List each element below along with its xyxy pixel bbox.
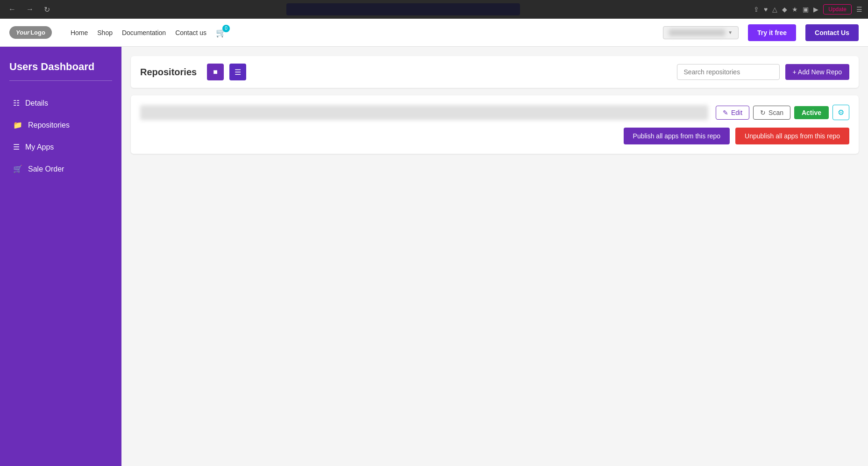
add-repo-button[interactable]: + Add New Repo [785, 64, 849, 80]
layout-icon[interactable]: ▣ [803, 6, 809, 13]
logo-logo: Logo [30, 29, 45, 36]
scan-label: Scan [768, 109, 783, 116]
dropdown-arrow-icon: ▼ [728, 30, 733, 35]
warning-icon: △ [772, 6, 777, 13]
puzzle-icon[interactable]: ★ [792, 6, 798, 13]
view-list-button[interactable]: ☰ [229, 64, 246, 80]
try-free-button[interactable]: Try it free [748, 24, 796, 41]
contact-us-button[interactable]: Contact Us [805, 24, 859, 41]
sidebar-item-label-repositories: Repositories [28, 121, 70, 129]
sale-order-icon: 🛒 [13, 165, 22, 173]
main-panel: Repositories ■ ☰ + Add New Repo ✎ [121, 47, 868, 466]
edit-button[interactable]: ✎ Edit [716, 106, 749, 120]
nav-home[interactable]: Home [71, 29, 88, 36]
sidebar-title: Users Dashboard [9, 61, 112, 81]
menu-icon[interactable]: ☰ [856, 6, 862, 13]
site-wrapper: Your Logo Home Shop Documentation Contac… [0, 19, 868, 466]
repo-actions: ✎ Edit ↻ Scan Active ⚙ [716, 105, 849, 120]
cart-badge: 0 [222, 25, 230, 32]
share-icon[interactable]: ⇪ [754, 6, 759, 13]
repos-header: Repositories ■ ☰ + Add New Repo [131, 56, 859, 88]
repositories-icon: 📁 [13, 121, 22, 129]
reload-button[interactable]: ↻ [41, 3, 53, 16]
sidebar-item-label-details: Details [25, 99, 48, 108]
search-repos-input[interactable] [677, 64, 780, 80]
edit-label: Edit [731, 109, 742, 116]
repo-card: ✎ Edit ↻ Scan Active ⚙ Publi [131, 95, 859, 154]
sidebar-item-sale-order[interactable]: 🛒 Sale Order [9, 160, 112, 178]
sidebar-item-details[interactable]: ☷ Details [9, 94, 112, 112]
logo: Your Logo [9, 26, 52, 39]
forward-button[interactable]: → [23, 3, 36, 15]
sidebar-item-repositories[interactable]: 📁 Repositories [9, 116, 112, 134]
update-button[interactable]: Update [823, 4, 852, 14]
nav-shop[interactable]: Shop [97, 29, 113, 36]
unpublish-all-button[interactable]: Unpublish all apps from this repo [735, 128, 849, 144]
user-dropdown[interactable]: ▼ [663, 26, 739, 39]
brave-icon: ♥ [764, 6, 768, 13]
logo-your: Your [16, 29, 29, 36]
address-bar[interactable] [286, 3, 520, 15]
content-area: Users Dashboard ☷ Details 📁 Repositories… [0, 47, 868, 466]
sidebar-item-label-my-apps: My Apps [25, 143, 54, 151]
user-dropdown-text [669, 29, 725, 36]
repos-title: Repositories [140, 67, 197, 78]
nav-contact-us[interactable]: Contact us [175, 29, 206, 36]
back-button[interactable]: ← [6, 3, 19, 15]
sidebar-item-label-sale-order: Sale Order [28, 165, 64, 173]
scan-icon: ↻ [760, 109, 766, 116]
repo-card-bottom: Publish all apps from this repo Unpublis… [140, 128, 849, 144]
active-button[interactable]: Active [794, 106, 829, 119]
sidebar-item-my-apps[interactable]: ☰ My Apps [9, 138, 112, 156]
repo-name-blurred [140, 105, 708, 120]
sidebar: Users Dashboard ☷ Details 📁 Repositories… [0, 47, 121, 466]
browser-chrome: ← → ↻ ⇪ ♥ △ ◆ ★ ▣ ▶ Update ☰ [0, 0, 868, 19]
repo-card-top: ✎ Edit ↻ Scan Active ⚙ [140, 105, 849, 120]
details-icon: ☷ [13, 99, 20, 108]
my-apps-icon: ☰ [13, 143, 20, 151]
extensions-icon[interactable]: ◆ [782, 6, 787, 13]
cart-icon[interactable]: 🛒 0 [216, 28, 226, 38]
publish-all-button[interactable]: Publish all apps from this repo [624, 128, 730, 144]
view-grid-button[interactable]: ■ [207, 64, 224, 80]
gear-icon: ⚙ [838, 108, 844, 116]
list-icon: ☰ [235, 68, 241, 77]
nav-documentation[interactable]: Documentation [122, 29, 166, 36]
top-nav: Your Logo Home Shop Documentation Contac… [0, 19, 868, 47]
edit-icon: ✎ [723, 109, 728, 116]
browser-icons: ⇪ ♥ △ ◆ ★ ▣ ▶ Update ☰ [754, 4, 862, 14]
scan-button[interactable]: ↻ Scan [753, 106, 790, 120]
wallet-icon[interactable]: ▶ [813, 6, 818, 13]
grid-icon: ■ [213, 68, 218, 76]
gear-button[interactable]: ⚙ [832, 105, 849, 120]
